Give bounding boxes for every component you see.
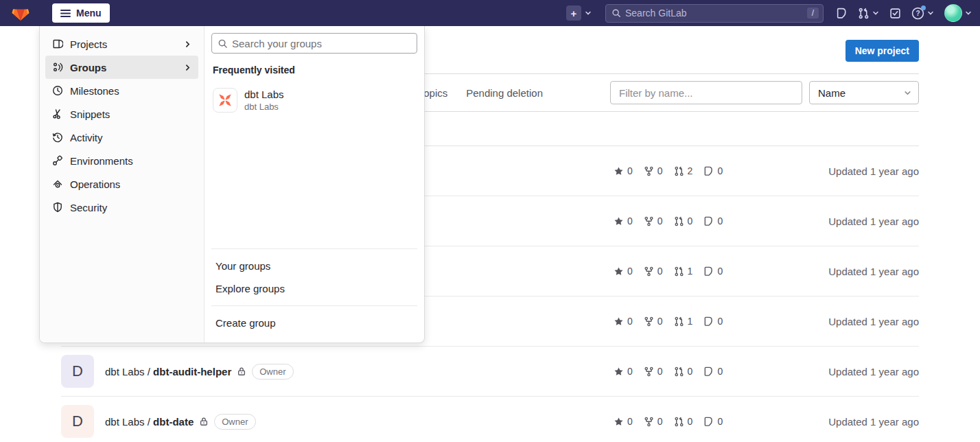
activity-icon <box>52 132 63 143</box>
global-search-input[interactable] <box>625 8 803 19</box>
group-title: dbt Labs <box>244 89 284 100</box>
updated-timestamp: Updated 1 year ago <box>828 165 919 177</box>
project-name-link[interactable]: dbt Labs / dbt-audit-helper Owner <box>105 364 294 380</box>
row-meta: 0 0 1 <box>614 316 919 327</box>
fork-icon <box>644 266 654 277</box>
operations-icon <box>52 178 63 189</box>
notification-dot <box>921 5 926 10</box>
merge-request-icon <box>674 417 684 427</box>
menu-button[interactable]: Menu <box>52 3 110 23</box>
issues-icon[interactable] <box>836 8 848 19</box>
chevron-right-icon <box>184 64 191 71</box>
menu-item-groups[interactable]: Groups <box>45 56 198 79</box>
forks-count[interactable]: 0 <box>644 216 663 226</box>
project-stats: 0 0 0 <box>614 416 723 427</box>
menu-item-security[interactable]: Security <box>45 196 198 219</box>
create-group-link[interactable]: Create group <box>211 312 417 334</box>
global-search[interactable]: / <box>605 4 824 23</box>
chevron-down-icon <box>904 89 911 97</box>
issues-count[interactable]: 0 <box>703 316 723 327</box>
stars-count[interactable]: 0 <box>614 366 633 377</box>
issues-count[interactable]: 0 <box>703 416 723 427</box>
issues-count[interactable]: 0 <box>703 266 723 277</box>
forks-count[interactable]: 0 <box>644 366 663 377</box>
menu-item-snippets[interactable]: Snippets <box>45 102 198 126</box>
stars-count[interactable]: 0 <box>614 165 633 176</box>
issues-icon <box>703 216 714 226</box>
merge-requests-count[interactable]: 1 <box>674 316 693 327</box>
group-subtitle: dbt Labs <box>244 102 284 112</box>
search-shortcut-badge: / <box>807 8 819 19</box>
todos-icon[interactable] <box>889 8 901 19</box>
issues-icon <box>703 417 714 427</box>
stars-count[interactable]: 0 <box>614 266 633 277</box>
project-stats: 0 0 2 <box>614 165 723 176</box>
dbt-labs-logo-icon <box>213 88 237 113</box>
project-name-link[interactable]: dbt Labs / dbt-date Owner <box>105 414 256 430</box>
merge-request-icon <box>674 216 684 226</box>
stars-count[interactable]: 0 <box>614 216 633 226</box>
new-project-button[interactable]: New project <box>845 40 919 62</box>
environments-icon <box>52 155 63 166</box>
user-menu[interactable] <box>944 4 972 22</box>
issues-count[interactable]: 0 <box>703 366 723 377</box>
project-avatar[interactable]: D <box>61 355 94 388</box>
merge-requests-count[interactable]: 0 <box>674 216 693 226</box>
milestones-icon <box>52 85 63 96</box>
updated-timestamp: Updated 1 year ago <box>828 366 919 377</box>
issues-count[interactable]: 0 <box>703 165 723 176</box>
groups-icon <box>52 62 63 73</box>
sort-dropdown[interactable]: Name <box>809 81 919 104</box>
role-badge: Owner <box>214 414 255 430</box>
menu-item-activity[interactable]: Activity <box>45 126 198 149</box>
forks-count[interactable]: 0 <box>644 316 663 327</box>
groups-submenu: Frequently visited dbt Labs dbt Labs You… <box>205 26 424 342</box>
explore-groups-link[interactable]: Explore groups <box>211 277 417 300</box>
hamburger-icon <box>60 9 71 18</box>
merge-requests-dropdown[interactable] <box>858 8 879 19</box>
merge-requests-count[interactable]: 2 <box>674 165 693 176</box>
frequent-group-dbt-labs[interactable]: dbt Labs dbt Labs <box>211 84 417 117</box>
stars-count[interactable]: 0 <box>614 416 633 427</box>
search-icon <box>611 8 621 18</box>
svg-text:?: ? <box>915 10 920 17</box>
row-meta: 0 0 1 <box>614 266 919 277</box>
merge-requests-count[interactable]: 0 <box>674 366 693 377</box>
issues-icon <box>703 316 714 327</box>
merge-request-icon <box>674 367 684 377</box>
gitlab-logo-icon[interactable] <box>11 3 30 23</box>
projects-icon <box>52 38 63 49</box>
menu-item-projects[interactable]: Projects <box>45 32 198 56</box>
table-row: D dbt Labs / dbt-date Owner 0 <box>61 397 919 442</box>
groups-search-input[interactable] <box>232 38 411 49</box>
merge-requests-count[interactable]: 0 <box>674 416 693 427</box>
help-dropdown[interactable]: ? <box>911 7 934 20</box>
stars-count[interactable]: 0 <box>614 316 633 327</box>
project-avatar[interactable]: D <box>61 405 94 438</box>
forks-count[interactable]: 0 <box>644 165 663 176</box>
sort-dropdown-label: Name <box>818 87 845 99</box>
divider <box>211 305 417 306</box>
menu-item-milestones[interactable]: Milestones <box>45 79 198 102</box>
forks-count[interactable]: 0 <box>644 416 663 427</box>
user-avatar <box>944 4 962 22</box>
merge-request-icon <box>674 316 684 327</box>
top-navbar: Menu + / <box>0 0 980 26</box>
issues-icon <box>703 367 714 377</box>
your-groups-link[interactable]: Your groups <box>211 255 417 277</box>
chevron-down-icon <box>965 10 972 16</box>
merge-requests-count[interactable]: 1 <box>674 266 693 277</box>
tab-pending-deletion[interactable]: Pending deletion <box>466 87 543 99</box>
filter-by-name-input[interactable] <box>610 81 802 104</box>
groups-search[interactable] <box>211 33 417 54</box>
star-icon <box>614 166 624 176</box>
project-stats: 0 0 0 <box>614 366 723 377</box>
menu-item-operations[interactable]: Operations <box>45 172 198 196</box>
forks-count[interactable]: 0 <box>644 266 663 277</box>
plus-icon: + <box>566 5 581 21</box>
chevron-down-icon <box>872 10 879 16</box>
new-item-dropdown[interactable]: + <box>566 5 592 21</box>
menu-item-environments[interactable]: Environments <box>45 149 198 172</box>
snippets-icon <box>52 108 63 119</box>
issues-count[interactable]: 0 <box>703 216 723 226</box>
